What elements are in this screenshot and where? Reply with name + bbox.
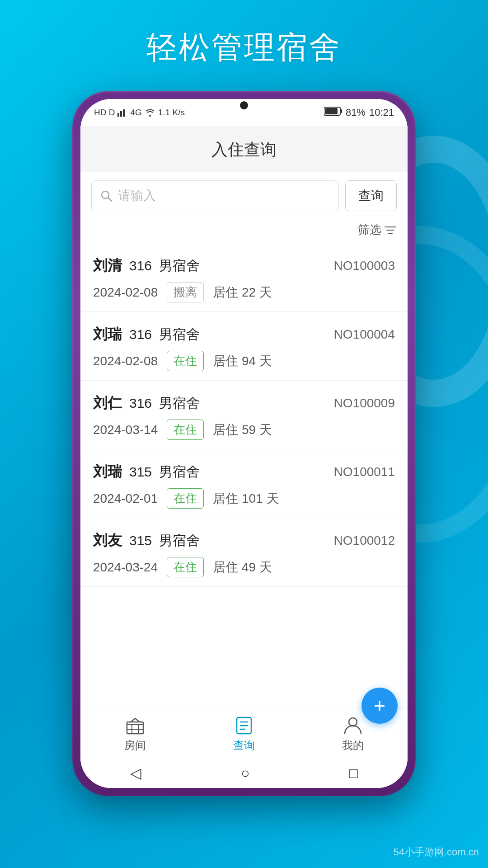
- svg-rect-4: [340, 109, 342, 113]
- filter-row: 筛选: [80, 220, 408, 243]
- 4g-label: 4G: [130, 108, 141, 118]
- resident-name: 刘仁: [93, 393, 122, 413]
- camera: [240, 101, 248, 109]
- status-badge: 在住: [167, 351, 204, 371]
- status-hd: HD D: [94, 108, 115, 118]
- status-badge: 在住: [167, 420, 204, 440]
- resident-name: 刘瑞: [93, 462, 122, 482]
- record-no: NO100011: [334, 465, 395, 479]
- profile-icon: [343, 716, 363, 736]
- stay-days: 居住 94 天: [213, 353, 272, 370]
- list-item[interactable]: 刘友 315 男宿舍 NO100012 2024-03-24 在住 居住 49 …: [80, 518, 408, 587]
- recent-button[interactable]: □: [349, 765, 358, 782]
- list-item[interactable]: 刘仁 316 男宿舍 NO100009 2024-03-14 在住 居住 59 …: [80, 381, 408, 449]
- checkin-date: 2024-02-08: [93, 354, 158, 368]
- status-left: HD D 4G 1.1 K/s: [94, 108, 185, 118]
- phone-frame: HD D 4G 1.1 K/s: [72, 91, 416, 796]
- page-title: 轻松管理宿舍: [146, 27, 342, 68]
- bottom-nav: 房间 查询 我的: [80, 708, 408, 758]
- checkin-date: 2024-03-24: [93, 560, 158, 575]
- fab-icon: +: [374, 694, 385, 717]
- status-badge: 在住: [167, 488, 204, 509]
- status-badge: 在住: [167, 557, 204, 577]
- nav-label-rooms: 房间: [124, 738, 146, 753]
- home-button[interactable]: ○: [241, 765, 249, 782]
- dorm-type: 男宿舍: [159, 394, 200, 413]
- nav-label-profile: 我的: [342, 738, 364, 753]
- status-badge: 搬离: [167, 282, 204, 302]
- stay-days: 居住 22 天: [213, 284, 272, 301]
- resident-name: 刘友: [93, 531, 122, 551]
- phone-screen: HD D 4G 1.1 K/s: [80, 99, 408, 788]
- filter-icon: [384, 225, 397, 235]
- filter-label: 筛选: [358, 222, 381, 238]
- room-number: 315: [129, 464, 152, 480]
- dorm-type: 男宿舍: [159, 532, 200, 550]
- dorm-type: 男宿舍: [159, 463, 200, 481]
- resident-name: 刘清: [93, 256, 122, 276]
- status-right: 81% 10:21: [324, 106, 394, 119]
- svg-rect-2: [123, 109, 125, 117]
- dorm-type: 男宿舍: [159, 326, 200, 344]
- home-icon: [125, 716, 145, 736]
- query-icon: [234, 716, 254, 736]
- search-button[interactable]: 查询: [345, 180, 397, 211]
- search-placeholder: 请输入: [118, 187, 156, 204]
- speed: 1.1 K/s: [158, 108, 185, 118]
- dorm-type: 男宿舍: [159, 257, 200, 275]
- svg-point-17: [349, 718, 357, 726]
- svg-rect-5: [325, 108, 338, 114]
- time: 10:21: [369, 107, 394, 118]
- watermark: 54小手游网.com.cn: [394, 845, 479, 859]
- record-no: NO100004: [334, 327, 395, 342]
- svg-rect-0: [117, 113, 119, 117]
- search-bar: 请输入 查询: [80, 171, 408, 220]
- room-number: 316: [129, 327, 152, 342]
- battery-icon: [324, 106, 342, 116]
- add-fab-button[interactable]: +: [361, 688, 398, 724]
- room-number: 316: [129, 258, 152, 274]
- wifi-icon: [145, 108, 155, 117]
- filter-button[interactable]: 筛选: [358, 222, 397, 238]
- stay-days: 居住 49 天: [213, 559, 272, 576]
- search-icon: [100, 189, 113, 202]
- stay-days: 居住 101 天: [213, 490, 279, 507]
- room-number: 316: [129, 396, 152, 411]
- svg-rect-1: [120, 111, 122, 117]
- record-no: NO100003: [334, 259, 395, 273]
- room-number: 315: [129, 533, 152, 548]
- list-item[interactable]: 刘清 316 男宿舍 NO100003 2024-02-08 搬离 居住 22 …: [80, 243, 408, 312]
- stay-days: 居住 59 天: [213, 421, 272, 439]
- checkin-date: 2024-02-01: [93, 491, 158, 506]
- signal-icon: [117, 108, 127, 117]
- back-button[interactable]: ◁: [130, 764, 141, 782]
- resident-name: 刘瑞: [93, 325, 122, 344]
- nav-item-profile[interactable]: 我的: [342, 716, 364, 753]
- battery-text: 81%: [346, 107, 366, 118]
- search-input-wrap[interactable]: 请输入: [91, 180, 339, 211]
- list-item[interactable]: 刘瑞 316 男宿舍 NO100004 2024-02-08 在住 居住 94 …: [80, 312, 408, 381]
- checkin-date: 2024-02-08: [93, 285, 158, 300]
- record-no: NO100012: [334, 533, 395, 548]
- app-content: 入住查询 请输入 查询 筛选: [80, 126, 408, 788]
- nav-label-query: 查询: [233, 738, 255, 753]
- nav-item-query[interactable]: 查询: [233, 716, 255, 753]
- battery-pct: [324, 106, 342, 119]
- nav-item-rooms[interactable]: 房间: [124, 716, 146, 753]
- svg-rect-11: [127, 722, 143, 734]
- phone-notch: [230, 99, 258, 112]
- app-header: 入住查询: [80, 126, 408, 171]
- svg-line-7: [108, 198, 112, 201]
- record-no: NO100009: [334, 396, 395, 410]
- system-nav: ◁ ○ □: [80, 758, 408, 788]
- list-item[interactable]: 刘瑞 315 男宿舍 NO100011 2024-02-01 在住 居住 101…: [80, 449, 408, 518]
- records-list: 刘清 316 男宿舍 NO100003 2024-02-08 搬离 居住 22 …: [80, 243, 408, 708]
- checkin-date: 2024-03-14: [93, 423, 158, 437]
